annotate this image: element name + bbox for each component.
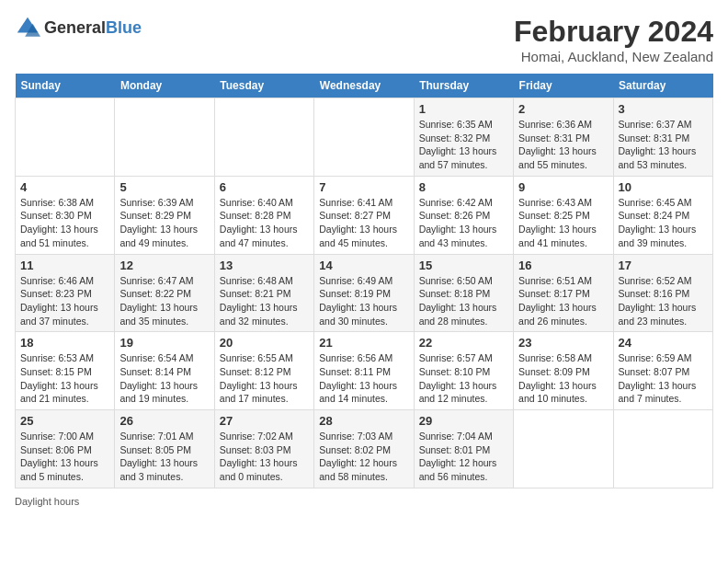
day-number: 10 [619, 180, 708, 194]
day-number: 27 [220, 414, 309, 428]
day-detail: Sunrise: 7:00 AM Sunset: 8:06 PM Dayligh… [20, 430, 109, 484]
calendar-week-row: 11Sunrise: 6:46 AM Sunset: 8:23 PM Dayli… [16, 254, 713, 332]
day-number: 25 [20, 414, 109, 428]
calendar-cell: 14Sunrise: 6:49 AM Sunset: 8:19 PM Dayli… [314, 254, 414, 332]
day-detail: Sunrise: 6:45 AM Sunset: 8:24 PM Dayligh… [619, 196, 708, 250]
calendar-cell: 22Sunrise: 6:57 AM Sunset: 8:10 PM Dayli… [414, 332, 513, 410]
day-detail: Sunrise: 6:47 AM Sunset: 8:22 PM Dayligh… [119, 274, 209, 328]
day-detail: Sunrise: 6:57 AM Sunset: 8:10 PM Dayligh… [419, 351, 508, 406]
day-detail: Sunrise: 7:04 AM Sunset: 8:01 PM Dayligh… [419, 430, 508, 484]
calendar-cell: 11Sunrise: 6:46 AM Sunset: 8:23 PM Dayli… [16, 254, 115, 332]
calendar-cell: 7Sunrise: 6:41 AM Sunset: 8:27 PM Daylig… [314, 176, 414, 254]
calendar-cell [16, 98, 115, 177]
day-detail: Sunrise: 6:51 AM Sunset: 8:17 PM Dayligh… [518, 274, 608, 328]
subtitle: Homai, Auckland, New Zealand [514, 49, 713, 64]
day-number: 21 [319, 336, 408, 350]
day-number: 17 [619, 259, 708, 272]
calendar-cell: 29Sunrise: 7:04 AM Sunset: 8:01 PM Dayli… [414, 410, 513, 488]
day-number: 5 [119, 180, 209, 194]
day-detail: Sunrise: 6:59 AM Sunset: 8:07 PM Dayligh… [619, 351, 708, 406]
logo: GeneralBlue [15, 15, 142, 40]
daylight-legend: Daylight hours [15, 496, 79, 507]
calendar-cell: 5Sunrise: 6:39 AM Sunset: 8:29 PM Daylig… [115, 176, 214, 254]
day-number: 8 [419, 180, 508, 194]
calendar-cell: 8Sunrise: 6:42 AM Sunset: 8:26 PM Daylig… [414, 176, 513, 254]
calendar-cell [314, 98, 414, 177]
day-detail: Sunrise: 6:55 AM Sunset: 8:12 PM Dayligh… [220, 351, 309, 406]
daylight-label: Daylight hours [15, 496, 79, 507]
day-detail: Sunrise: 6:50 AM Sunset: 8:18 PM Dayligh… [419, 274, 508, 328]
day-number: 23 [518, 336, 608, 350]
calendar-table: SundayMondayTuesdayWednesdayThursdayFrid… [15, 74, 713, 488]
day-detail: Sunrise: 6:53 AM Sunset: 8:15 PM Dayligh… [20, 351, 109, 406]
day-number: 26 [119, 414, 209, 428]
calendar-cell: 4Sunrise: 6:38 AM Sunset: 8:30 PM Daylig… [16, 176, 115, 254]
day-detail: Sunrise: 6:41 AM Sunset: 8:27 PM Dayligh… [319, 196, 408, 250]
day-detail: Sunrise: 6:35 AM Sunset: 8:32 PM Dayligh… [419, 118, 508, 172]
day-detail: Sunrise: 6:40 AM Sunset: 8:28 PM Dayligh… [220, 196, 309, 250]
calendar-cell: 3Sunrise: 6:37 AM Sunset: 8:31 PM Daylig… [613, 98, 712, 177]
day-number: 9 [518, 180, 608, 194]
day-detail: Sunrise: 6:58 AM Sunset: 8:09 PM Dayligh… [518, 351, 608, 406]
page-header: GeneralBlue February 2024 Homai, Aucklan… [15, 15, 713, 64]
day-number: 11 [20, 259, 109, 272]
calendar-cell: 13Sunrise: 6:48 AM Sunset: 8:21 PM Dayli… [214, 254, 313, 332]
calendar-cell: 15Sunrise: 6:50 AM Sunset: 8:18 PM Dayli… [414, 254, 513, 332]
day-detail: Sunrise: 7:02 AM Sunset: 8:03 PM Dayligh… [220, 430, 309, 484]
calendar-cell: 20Sunrise: 6:55 AM Sunset: 8:12 PM Dayli… [214, 332, 313, 410]
day-detail: Sunrise: 6:49 AM Sunset: 8:19 PM Dayligh… [319, 274, 408, 328]
day-number: 2 [518, 102, 608, 116]
day-detail: Sunrise: 6:46 AM Sunset: 8:23 PM Dayligh… [20, 274, 109, 328]
calendar-cell: 12Sunrise: 6:47 AM Sunset: 8:22 PM Dayli… [115, 254, 214, 332]
calendar-cell: 28Sunrise: 7:03 AM Sunset: 8:02 PM Dayli… [314, 410, 414, 488]
day-detail: Sunrise: 7:03 AM Sunset: 8:02 PM Dayligh… [319, 430, 408, 484]
calendar-cell: 16Sunrise: 6:51 AM Sunset: 8:17 PM Dayli… [514, 254, 613, 332]
main-title: February 2024 [514, 15, 713, 49]
calendar-footer: Daylight hours [15, 496, 713, 507]
day-number: 16 [518, 259, 608, 272]
day-number: 24 [619, 336, 708, 350]
calendar-cell: 17Sunrise: 6:52 AM Sunset: 8:16 PM Dayli… [613, 254, 712, 332]
logo-icon [15, 15, 40, 40]
day-number: 1 [419, 102, 508, 116]
day-number: 3 [619, 102, 708, 116]
calendar-cell: 26Sunrise: 7:01 AM Sunset: 8:05 PM Dayli… [115, 410, 214, 488]
calendar-cell: 18Sunrise: 6:53 AM Sunset: 8:15 PM Dayli… [16, 332, 115, 410]
day-number: 18 [20, 336, 109, 350]
calendar-cell: 23Sunrise: 6:58 AM Sunset: 8:09 PM Dayli… [514, 332, 613, 410]
column-header-wednesday: Wednesday [314, 74, 414, 98]
column-header-tuesday: Tuesday [214, 74, 313, 98]
day-number: 7 [319, 180, 408, 194]
day-number: 22 [419, 336, 508, 350]
day-number: 28 [319, 414, 408, 428]
calendar-cell: 19Sunrise: 6:54 AM Sunset: 8:14 PM Dayli… [115, 332, 214, 410]
day-detail: Sunrise: 7:01 AM Sunset: 8:05 PM Dayligh… [119, 430, 209, 484]
column-header-sunday: Sunday [16, 74, 115, 98]
day-number: 12 [119, 259, 209, 272]
day-number: 20 [220, 336, 309, 350]
day-detail: Sunrise: 6:48 AM Sunset: 8:21 PM Dayligh… [220, 274, 309, 328]
calendar-cell: 24Sunrise: 6:59 AM Sunset: 8:07 PM Dayli… [613, 332, 712, 410]
title-block: February 2024 Homai, Auckland, New Zeala… [514, 15, 713, 64]
calendar-cell: 1Sunrise: 6:35 AM Sunset: 8:32 PM Daylig… [414, 98, 513, 177]
calendar-cell: 10Sunrise: 6:45 AM Sunset: 8:24 PM Dayli… [613, 176, 712, 254]
day-number: 6 [220, 180, 309, 194]
day-detail: Sunrise: 6:54 AM Sunset: 8:14 PM Dayligh… [119, 351, 209, 406]
calendar-week-row: 1Sunrise: 6:35 AM Sunset: 8:32 PM Daylig… [16, 98, 713, 177]
logo-blue-text: Blue [106, 18, 142, 37]
day-number: 29 [419, 414, 508, 428]
calendar-cell [514, 410, 613, 488]
day-number: 14 [319, 259, 408, 272]
day-detail: Sunrise: 6:56 AM Sunset: 8:11 PM Dayligh… [319, 351, 408, 406]
calendar-week-row: 25Sunrise: 7:00 AM Sunset: 8:06 PM Dayli… [16, 410, 713, 488]
day-detail: Sunrise: 6:42 AM Sunset: 8:26 PM Dayligh… [419, 196, 508, 250]
day-detail: Sunrise: 6:37 AM Sunset: 8:31 PM Dayligh… [619, 118, 708, 172]
calendar-cell: 21Sunrise: 6:56 AM Sunset: 8:11 PM Dayli… [314, 332, 414, 410]
column-header-friday: Friday [514, 74, 613, 98]
logo-general-text: General [44, 18, 106, 37]
calendar-cell: 25Sunrise: 7:00 AM Sunset: 8:06 PM Dayli… [16, 410, 115, 488]
day-detail: Sunrise: 6:52 AM Sunset: 8:16 PM Dayligh… [619, 274, 708, 328]
calendar-cell: 2Sunrise: 6:36 AM Sunset: 8:31 PM Daylig… [514, 98, 613, 177]
calendar-cell: 27Sunrise: 7:02 AM Sunset: 8:03 PM Dayli… [214, 410, 313, 488]
day-number: 19 [119, 336, 209, 350]
